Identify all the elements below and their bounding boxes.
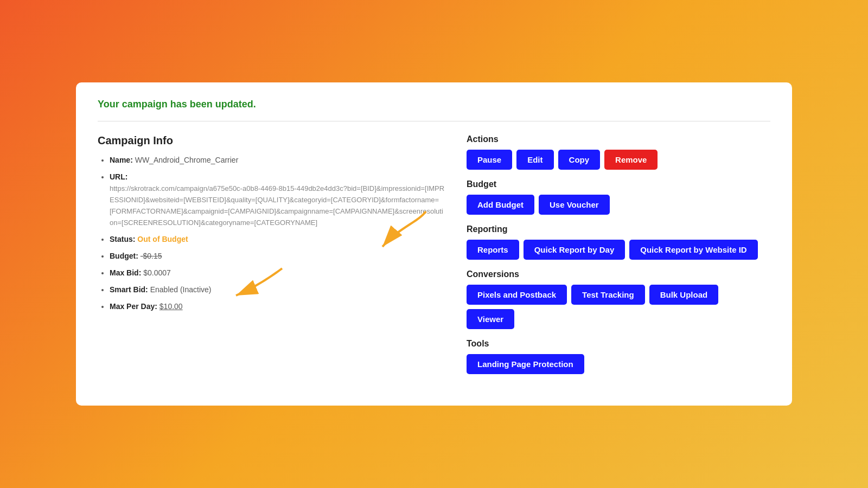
bulk-upload-button[interactable]: Bulk Upload xyxy=(649,285,719,305)
tools-buttons: Landing Page Protection xyxy=(467,354,770,374)
smart-bid-value: Enabled (Inactive) xyxy=(150,285,212,294)
campaign-info-title: Campaign Info xyxy=(98,134,445,147)
status-label: Status: xyxy=(110,235,135,243)
conversions-buttons: Pixels and Postback Test Tracking Bulk U… xyxy=(467,285,770,329)
campaign-smart-bid-item: Smart Bid: Enabled (Inactive) xyxy=(110,284,445,296)
pause-button[interactable]: Pause xyxy=(467,150,512,170)
campaign-max-per-day-item: Max Per Day: $10.00 xyxy=(110,301,445,312)
edit-button[interactable]: Edit xyxy=(516,150,553,170)
max-per-day-label: Max Per Day: xyxy=(110,302,157,311)
landing-page-protection-button[interactable]: Landing Page Protection xyxy=(467,354,584,374)
campaign-status-item: Status: Out of Budget xyxy=(110,234,445,245)
reports-button[interactable]: Reports xyxy=(467,240,519,260)
url-label: URL: xyxy=(110,172,127,181)
status-value: Out of Budget xyxy=(137,235,188,243)
campaign-card: Your campaign has been updated. Campaign… xyxy=(76,82,792,406)
name-label: Name: xyxy=(110,156,133,164)
campaign-name-item: Name: WW_Android_Chrome_Carrier xyxy=(110,155,445,166)
viewer-button[interactable]: Viewer xyxy=(467,309,514,329)
reporting-buttons: Reports Quick Report by Day Quick Report… xyxy=(467,240,770,260)
campaign-info-list: Name: WW_Android_Chrome_Carrier URL: htt… xyxy=(98,155,445,312)
campaign-budget-item: Budget: -$0.15 xyxy=(110,251,445,262)
quick-report-by-day-button[interactable]: Quick Report by Day xyxy=(524,240,626,260)
test-tracking-button[interactable]: Test Tracking xyxy=(571,285,645,305)
quick-report-by-website-id-button[interactable]: Quick Report by Website ID xyxy=(629,240,757,260)
campaign-info-section: Campaign Info Name: WW_Android_Chrome_Ca… xyxy=(98,134,445,384)
campaign-url-item: URL: https://skrotrack.com/campaign/a675… xyxy=(110,171,445,228)
add-budget-button[interactable]: Add Budget xyxy=(467,195,534,215)
divider xyxy=(98,121,770,121)
max-bid-label: Max Bid: xyxy=(110,268,141,277)
max-per-day-value: $10.00 xyxy=(159,302,183,311)
budget-title: Budget xyxy=(467,179,770,189)
conversions-title: Conversions xyxy=(467,269,770,279)
pixels-and-postback-button[interactable]: Pixels and Postback xyxy=(467,285,567,305)
smart-bid-label: Smart Bid: xyxy=(110,285,148,294)
copy-button[interactable]: Copy xyxy=(558,150,601,170)
tools-title: Tools xyxy=(467,339,770,349)
budget-value: -$0.15 xyxy=(141,252,162,260)
actions-panel: Actions Pause Edit Copy Remove Budget Ad… xyxy=(467,134,770,384)
budget-label: Budget: xyxy=(110,252,138,260)
actions-title: Actions xyxy=(467,134,770,144)
actions-buttons: Pause Edit Copy Remove xyxy=(467,150,770,170)
name-value: WW_Android_Chrome_Carrier xyxy=(135,156,239,164)
success-message: Your campaign has been updated. xyxy=(98,99,770,110)
max-bid-value: $0.0007 xyxy=(143,268,171,277)
reporting-title: Reporting xyxy=(467,224,770,234)
url-value: https://skrotrack.com/campaign/a675e50c-… xyxy=(110,184,444,227)
content-row: Campaign Info Name: WW_Android_Chrome_Ca… xyxy=(98,134,770,384)
remove-button[interactable]: Remove xyxy=(604,150,658,170)
use-voucher-button[interactable]: Use Voucher xyxy=(539,195,610,215)
budget-buttons: Add Budget Use Voucher xyxy=(467,195,770,215)
campaign-max-bid-item: Max Bid: $0.0007 xyxy=(110,267,445,279)
